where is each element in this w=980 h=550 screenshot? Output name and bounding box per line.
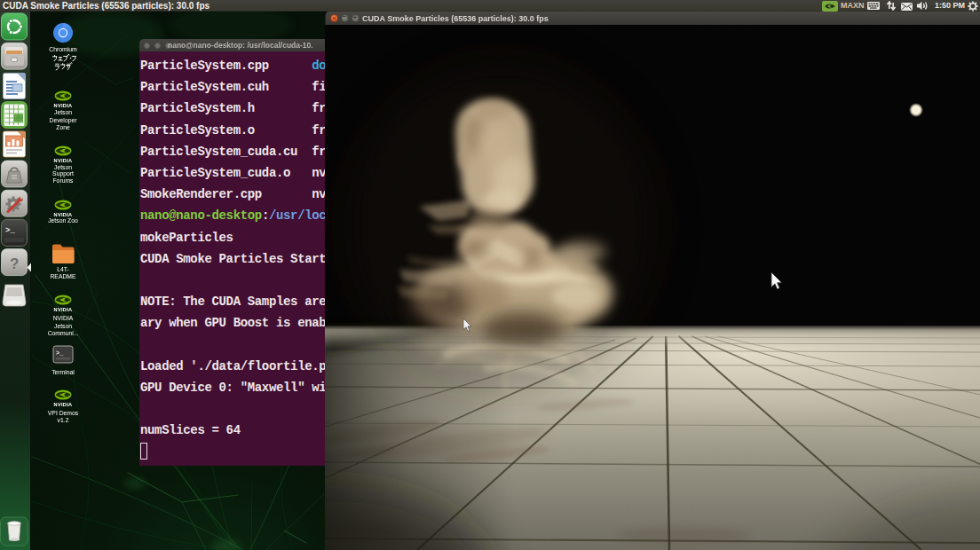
svg-text:NVIDIA: NVIDIA — [53, 315, 74, 321]
svg-text:Support: Support — [52, 170, 74, 177]
svg-text:Developer: Developer — [50, 117, 78, 124]
svg-text:NVIDIA: NVIDIA — [54, 158, 73, 163]
svg-text:Chromium: Chromium — [49, 46, 77, 52]
svg-text:?: ? — [10, 255, 19, 272]
svg-text:Jetson: Jetson — [54, 164, 72, 170]
svg-text:L4T-: L4T- — [57, 266, 69, 272]
svg-text:NVIDIA: NVIDIA — [54, 402, 73, 407]
svg-text:Forums: Forums — [52, 177, 74, 184]
svg-text:Communi...: Communi... — [48, 330, 79, 336]
svg-text:VPI Demos: VPI Demos — [48, 410, 79, 416]
svg-text:NVIDIA: NVIDIA — [54, 307, 73, 312]
svg-text:Jetson: Jetson — [54, 109, 72, 115]
svg-text:README: README — [50, 273, 76, 279]
svg-text:Jetson Zoo: Jetson Zoo — [48, 217, 78, 224]
svg-text:>_: >_ — [56, 350, 64, 357]
svg-text:Zone: Zone — [56, 124, 70, 130]
svg-text:>_: >_ — [5, 226, 15, 235]
svg-text:Jetson: Jetson — [54, 323, 72, 329]
svg-text:Terminal: Terminal — [51, 369, 75, 375]
svg-text:NVIDIA: NVIDIA — [54, 103, 73, 108]
svg-text:v1.2: v1.2 — [58, 417, 69, 423]
